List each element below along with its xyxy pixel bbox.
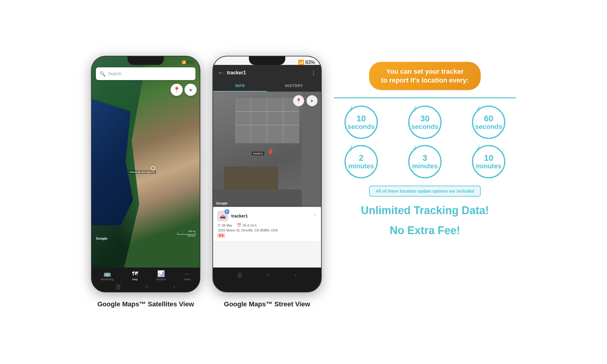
circle-outer-2m: ↙ 2 minutes: [344, 145, 378, 178]
promo-bubble-text-2: to report it's location every:: [381, 76, 469, 85]
main-container: 📶 83% 🔍 Search iThmk1/IE BOL0(0: [0, 47, 607, 317]
phone2-title: tracker1: [227, 70, 307, 76]
circle-10s: ↙ 10 seconds: [334, 106, 388, 139]
phone1-screen: 📶 83% 🔍 Search iThmk1/IE BOL0(0: [92, 56, 200, 292]
circle-outer-10s: ↙ 10 seconds: [344, 106, 378, 139]
google-logo-2: Google: [216, 201, 228, 205]
promo-bubble: You can set your tracker to report it's …: [369, 62, 481, 90]
compass-icon: 📍: [173, 86, 180, 93]
parking-badge: P: [225, 209, 229, 214]
nav-items: 🚌 Monitoring 🗺 Map 📊 Reports ···: [92, 268, 200, 282]
info-address: 2325 Myers St, Oroville, CA 95966, USA: [218, 228, 317, 232]
map-marker: [151, 166, 155, 170]
gesture-circle: ○: [145, 283, 149, 290]
unlimited-title: Unlimited Tracking Data!: [361, 204, 489, 217]
circle-30s: ↙ 30 seconds: [398, 106, 452, 139]
menu-dots[interactable]: ⋮: [311, 69, 316, 76]
circle-number-10m: 10: [476, 153, 501, 163]
location-button-2[interactable]: ➤: [307, 95, 317, 106]
phone2-status-bar: 📶 83%: [213, 56, 321, 66]
building: [224, 167, 278, 190]
circle-outer-30s: ↙ 30 seconds: [408, 106, 442, 139]
circle-outer-60s: ↙ 60 seconds: [472, 106, 505, 139]
monitoring-icon: 🚌: [103, 270, 111, 277]
circle-unit-60s: seconds: [475, 123, 502, 130]
phone2-header: ← tracker1 ⋮: [213, 65, 321, 81]
tab-history[interactable]: HISTORY: [267, 81, 321, 92]
scale-text: 500 km: [177, 234, 195, 237]
duration-badge: 5 h: [217, 233, 225, 238]
nav-item-more[interactable]: ··· More: [184, 270, 191, 281]
circle-text-2m: 2 minutes: [348, 153, 374, 170]
navigation-icon-2: ➤: [310, 98, 314, 103]
nav-item-reports[interactable]: 📊 Reports: [156, 270, 166, 281]
circle-arrow-2m: ↙: [347, 143, 355, 153]
parking-line-v1: [251, 98, 251, 143]
circle-unit-2m: minutes: [348, 163, 374, 170]
car-marker: [269, 149, 272, 153]
aerial-map: tracker1 Google 📍 ➤: [213, 92, 321, 207]
phone1-search-bar[interactable]: 🔍 Search: [96, 67, 195, 80]
nav-label-reports: Reports: [156, 278, 166, 281]
info-card-details: ⏱ 06 Mar ⏰ 20 d 14 h: [217, 223, 317, 227]
time-icon: ⏰: [237, 223, 241, 227]
circle-number-10s: 10: [348, 114, 375, 123]
info-card-chevron: ⌃: [313, 214, 317, 218]
phone2-wrapper: 📶 83% ← tracker1 ⋮ INFO HISTORY: [212, 56, 322, 308]
teal-divider: [334, 97, 516, 98]
tracker-map-label: tracker1: [252, 152, 264, 155]
phone1-gesture-bar: ||| ○ ‹: [92, 282, 200, 292]
circle-text-10m: 10 minutes: [476, 153, 501, 170]
no-fee-title: No Extra Fee!: [390, 224, 460, 237]
gesture-back-2: ‹: [295, 272, 297, 278]
phone2-tabs: INFO HISTORY: [213, 81, 321, 92]
satellite-map: iThmk1/IE BOL0(0177) Google 200 mi 500 k…: [92, 56, 200, 268]
gesture-back: ‹: [173, 283, 175, 290]
gesture-lines: |||: [116, 283, 120, 290]
nav-item-map[interactable]: 🗺 Map: [132, 270, 138, 281]
phone2-bottom-nav: ||| ○ ‹: [213, 268, 321, 292]
gesture-lines-2: |||: [238, 272, 242, 278]
search-placeholder: Search: [108, 71, 121, 76]
clock-icon: ⏱: [217, 224, 221, 227]
map-icon: 🗺: [132, 270, 138, 277]
tab-info[interactable]: INFO: [213, 81, 267, 92]
nav-label-more: More: [184, 278, 191, 281]
phone1-bottom-nav: 🚌 Monitoring 🗺 Map 📊 Reports ···: [92, 268, 200, 292]
circle-unit-3m: minutes: [412, 163, 438, 170]
phone1-notch: [127, 56, 164, 65]
back-arrow[interactable]: ←: [218, 70, 223, 76]
info-card-title: tracker1: [231, 214, 248, 218]
circle-unit-10s: seconds: [348, 123, 375, 130]
nav-label-monitoring: Monitoring: [101, 278, 114, 281]
circles-grid: ↙ 10 seconds ↙ 30 seconds: [334, 106, 516, 178]
phone2-screen: 📶 83% ← tracker1 ⋮ INFO HISTORY: [213, 56, 321, 292]
compass-button[interactable]: 📍: [171, 84, 183, 96]
circle-2m: ↙ 2 minutes: [334, 145, 388, 178]
road-right: [302, 92, 321, 207]
info-card-header: 🚗 P tracker1 ⌃: [217, 211, 317, 221]
circle-unit-30s: seconds: [411, 123, 438, 130]
parking-line-v2: [267, 98, 267, 143]
location-button[interactable]: ➤: [185, 84, 197, 96]
circle-outer-10m: ↙ 10 minutes: [472, 145, 505, 178]
navigation-icon: ➤: [189, 87, 193, 93]
right-panel: You can set your tracker to report it's …: [334, 56, 516, 243]
phone1: 📶 83% 🔍 Search iThmk1/IE BOL0(0: [91, 56, 200, 292]
reports-icon: 📊: [157, 270, 165, 277]
circle-number-3m: 3: [412, 153, 438, 163]
more-icon: ···: [185, 270, 190, 277]
tracker-icon: 🚗 P: [217, 211, 228, 221]
nav-item-monitoring[interactable]: 🚌 Monitoring: [101, 270, 114, 281]
circle-text-10s: 10 seconds: [348, 114, 375, 131]
phone1-status-icons: 📶 83%: [182, 60, 194, 64]
parking-line-v3: [283, 98, 283, 143]
compass-button-2[interactable]: 📍: [293, 95, 304, 106]
gesture-circle-2: ○: [267, 272, 270, 278]
scale-bar-line: [177, 233, 195, 234]
circle-outer-3m: ↙ 3 minutes: [408, 145, 442, 178]
circle-unit-10m: minutes: [476, 163, 501, 170]
phone1-caption: Google Maps™ Satellites View: [97, 300, 194, 308]
tracker-date: 06 Mar: [222, 224, 232, 227]
circle-arrow-10m: ↙: [474, 143, 483, 153]
